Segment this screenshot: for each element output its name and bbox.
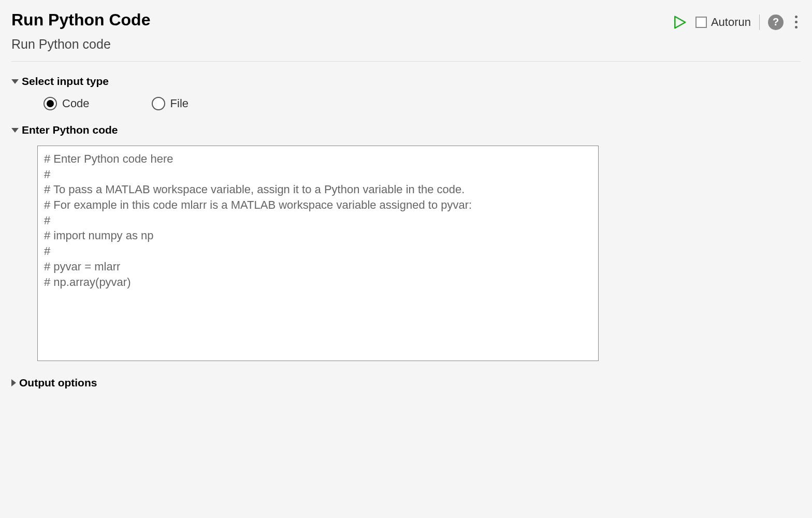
play-icon <box>672 15 687 30</box>
page-title: Run Python Code <box>11 10 150 30</box>
task-panel: Run Python Code Run Python code Autorun … <box>0 0 812 409</box>
run-button[interactable] <box>672 15 687 30</box>
python-code-textarea[interactable] <box>37 146 599 361</box>
radio-option-file[interactable]: File <box>152 97 189 110</box>
input-type-radio-group: Code File <box>11 97 801 110</box>
chevron-right-icon <box>11 379 16 386</box>
svg-marker-0 <box>675 16 685 28</box>
dot-icon <box>795 16 798 18</box>
section-enter-python-code: Enter Python code <box>11 124 801 363</box>
radio-label: Code <box>62 97 90 110</box>
section-select-input-type: Select input type Code File <box>11 75 801 110</box>
autorun-toggle[interactable]: Autorun <box>695 16 751 29</box>
autorun-checkbox[interactable] <box>695 17 707 28</box>
section-header-output-options[interactable]: Output options <box>11 377 801 389</box>
chevron-down-icon <box>11 79 19 84</box>
toolbar-divider <box>759 15 760 30</box>
section-header-enter-code[interactable]: Enter Python code <box>11 124 801 136</box>
radio-label: File <box>170 97 189 110</box>
radio-icon <box>152 97 165 110</box>
autorun-label: Autorun <box>711 16 751 29</box>
page-subtitle: Run Python code <box>11 37 150 52</box>
section-title: Select input type <box>22 75 109 88</box>
header: Run Python Code Run Python code Autorun … <box>11 10 801 62</box>
header-toolbar: Autorun ? <box>672 10 801 31</box>
dot-icon <box>795 26 798 28</box>
radio-option-code[interactable]: Code <box>44 97 90 110</box>
section-output-options: Output options <box>11 377 801 389</box>
help-icon: ? <box>773 16 779 28</box>
help-button[interactable]: ? <box>768 15 784 30</box>
chevron-down-icon <box>11 128 19 133</box>
header-left: Run Python Code Run Python code <box>11 10 150 52</box>
section-title: Enter Python code <box>22 124 118 136</box>
radio-icon <box>44 97 57 110</box>
dot-icon <box>795 21 798 23</box>
section-header-input-type[interactable]: Select input type <box>11 75 801 88</box>
radio-selected-dot <box>47 100 54 107</box>
section-title: Output options <box>19 377 97 389</box>
more-options-button[interactable] <box>792 13 801 31</box>
